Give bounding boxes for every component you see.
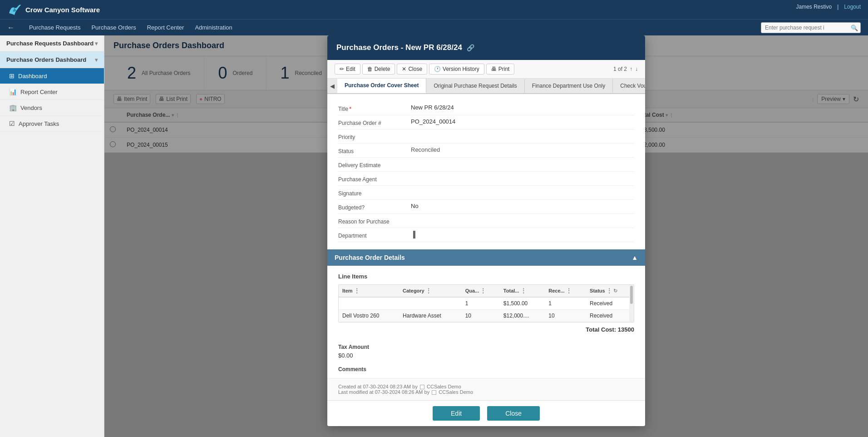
sidebar-item-approver-tasks[interactable]: ☑ Approver Tasks (0, 116, 104, 132)
pagination-text: 1 of 2 (613, 66, 627, 72)
toolbar-print-button[interactable]: 🖶 Print (486, 64, 515, 74)
form-row-priority: Priority (338, 129, 634, 144)
po-details-title: Purchase Order Details (335, 254, 405, 261)
label-po-number: Purchase Order # (338, 118, 411, 126)
li-row1-status: Received (586, 297, 634, 310)
app-logo: Crow Canyon Software (7, 2, 100, 17)
audit-created: Created at 07-30-2024 08:23 AM by CCSale… (338, 384, 634, 389)
tab-prev-button[interactable]: ◀ (327, 79, 337, 93)
li-col-category-label: Category (403, 288, 424, 293)
label-reason: Reason for Purchase (338, 217, 411, 225)
total-cost-row: Total Cost: 13500 (338, 323, 634, 337)
modal-pagination: 1 of 2 ↑ ↓ (613, 66, 638, 72)
report-icon: 📊 (9, 88, 17, 95)
modal-title: Purchase Orders - New PR 6/28/24 (336, 43, 462, 52)
li-row2-total: $12,000.... (500, 310, 545, 322)
audit-created-user: CCSales Demo (427, 384, 461, 389)
tab-original-pr-label: Original Purchase Request Details (434, 83, 517, 89)
modal-dialog: Purchase Orders - New PR 6/28/24 🔗 ✏ Edi… (327, 35, 645, 426)
nav-administration[interactable]: Administration (195, 20, 232, 35)
search-icon: 🔍 (851, 24, 858, 31)
line-item-row[interactable]: Dell Vostro 260 Hardware Asset 10 $12,00… (339, 310, 634, 322)
value-budgeted: No (411, 203, 634, 209)
toolbar-edit-button[interactable]: ✏ Edit (335, 64, 360, 74)
li-row2-received: 10 (545, 310, 586, 322)
delete-trash-icon: 🗑 (367, 66, 373, 72)
audit-created-checkbox (420, 385, 424, 389)
audit-modified-text: Last modified at 07-30-2024 08:26 AM by (338, 389, 431, 395)
sidebar-item-report-center[interactable]: 📊 Report Center (0, 84, 104, 100)
li-col-received-label: Rece... (548, 288, 564, 293)
sidebar-section-purchase-requests[interactable]: Purchase Requests Dashboard ▾ (0, 35, 104, 52)
audit-modified-user: CCSales Demo (439, 389, 473, 395)
line-item-row[interactable]: 1 $1,500.00 1 Received (339, 297, 634, 310)
li-item-menu[interactable]: ⋮ (354, 288, 360, 294)
nav-purchase-requests[interactable]: Purchase Requests (29, 20, 80, 35)
po-details-collapse-icon: ▲ (631, 254, 638, 261)
logout-link[interactable]: Logout (844, 4, 861, 10)
footer-edit-button[interactable]: Edit (433, 406, 480, 421)
tab-finance[interactable]: Finance Department Use Only (525, 79, 613, 93)
toolbar-close-button[interactable]: ✕ Close (397, 64, 427, 74)
li-col-item-label: Item (342, 288, 353, 293)
nav-purchase-orders[interactable]: Purchase Orders (91, 20, 136, 35)
modal-link-icon[interactable]: 🔗 (467, 44, 474, 51)
value-po-number: PO_2024_00014 (411, 118, 634, 125)
nav-up-icon[interactable]: ↑ (630, 66, 632, 72)
toolbar-delete-button[interactable]: 🗑 Delete (362, 64, 395, 74)
toolbar-print-label: Print (498, 66, 510, 72)
li-refresh-icon[interactable]: ↻ (613, 288, 617, 293)
tab-cover-sheet[interactable]: Purchase Order Cover Sheet (337, 79, 426, 93)
form-row-title: Title New PR 6/28/24 (338, 101, 634, 115)
toolbar-edit-label: Edit (346, 66, 355, 72)
form-row-reason: Reason for Purchase (338, 214, 634, 228)
comments-section: Comments (327, 366, 645, 378)
table-scrollbar[interactable] (629, 285, 634, 322)
sidebar-item-report-label: Report Center (20, 89, 58, 95)
sidebar-section-po-label: Purchase Orders Dashboard (6, 56, 86, 63)
li-status-menu[interactable]: ⋮ (607, 288, 612, 294)
value-department: ▐ (411, 231, 634, 238)
toolbar-version-button[interactable]: 🕐 Version History (429, 64, 484, 74)
nav-bar: ← Purchase Requests Purchase Orders Repo… (0, 19, 868, 35)
label-budgeted: Budgeted? (338, 203, 411, 211)
nav-report-center[interactable]: Report Center (147, 20, 184, 35)
nav-down-icon[interactable]: ↓ (635, 66, 638, 72)
line-items-table: Item ⋮ Category ⋮ Qua... (339, 285, 634, 322)
li-col-qty: Qua... ⋮ (462, 285, 500, 297)
audit-modified-checkbox (432, 390, 436, 395)
li-col-received: Rece... ⋮ (545, 285, 586, 297)
li-received-menu[interactable]: ⋮ (566, 288, 572, 294)
li-cat-menu[interactable]: ⋮ (426, 288, 431, 294)
tab-original-pr[interactable]: Original Purchase Request Details (426, 79, 524, 93)
sidebar-section-po-chevron: ▾ (95, 57, 98, 63)
modal-tabs: ◀ Purchase Order Cover Sheet Original Pu… (327, 79, 645, 94)
nav-back-button[interactable]: ← (7, 24, 15, 32)
li-total-menu[interactable]: ⋮ (521, 288, 526, 294)
form-row-po-number: Purchase Order # PO_2024_00014 (338, 115, 634, 129)
li-row1-total: $1,500.00 (500, 297, 545, 310)
label-title: Title (338, 104, 411, 112)
toolbar-version-label: Version History (443, 66, 479, 72)
sidebar-section-purchase-orders[interactable]: Purchase Orders Dashboard ▾ (0, 52, 104, 68)
sidebar-item-vendors[interactable]: 🏢 Vendors (0, 100, 104, 116)
li-qty-menu[interactable]: ⋮ (480, 288, 486, 294)
form-section: Title New PR 6/28/24 Purchase Order # PO… (327, 94, 645, 249)
tax-label: Tax Amount (338, 344, 634, 350)
total-cost-label: Total Cost: (586, 326, 616, 333)
li-row2-status: Received (586, 310, 634, 322)
po-details-header[interactable]: Purchase Order Details ▲ (327, 249, 645, 266)
sidebar-item-dashboard-label: Dashboard (18, 73, 47, 79)
label-department: Department (338, 231, 411, 239)
footer-close-button[interactable]: Close (487, 406, 540, 421)
tab-check-voucher[interactable]: Check Voucher (613, 79, 645, 93)
li-col-total: Total... ⋮ (500, 285, 545, 297)
li-row2-item: Dell Vostro 260 (339, 310, 399, 322)
audit-created-text: Created at 07-30-2024 08:23 AM by (338, 384, 419, 389)
top-bar: Crow Canyon Software James Restivo | Log… (0, 0, 868, 19)
sidebar-item-dashboard[interactable]: ⊞ Dashboard (0, 68, 104, 84)
sidebar-section-pr-label: Purchase Requests Dashboard (6, 40, 94, 47)
form-row-status: Status Reconciled (338, 144, 634, 158)
search-input[interactable] (761, 22, 861, 33)
username: James Restivo (796, 4, 832, 10)
